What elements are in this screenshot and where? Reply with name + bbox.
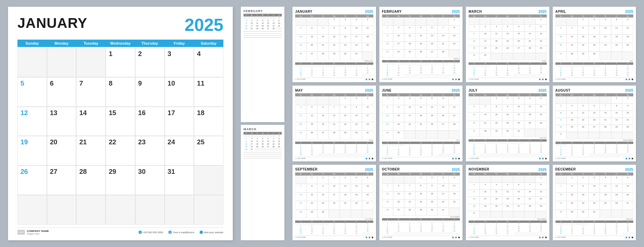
nm-hdr: T: [491, 62, 502, 65]
mc-cell: 7: [329, 105, 340, 113]
mc-footer-dots: [452, 158, 460, 159]
mc-cell: 18: [415, 113, 426, 122]
note-line: [244, 33, 282, 34]
mini-cell: 14: [271, 140, 276, 143]
mc-day-header: Th: [513, 14, 524, 17]
nm-cell: 30: [306, 153, 317, 156]
mc-cell: 7: [555, 184, 567, 192]
mini-cell: 25: [255, 27, 260, 30]
mc-day-headers: SuMoTuWeThFrSa: [295, 172, 373, 176]
big-cell: 4: [194, 48, 223, 77]
mc-cell: 23: [340, 43, 351, 51]
mc-cell: 25: [404, 50, 415, 58]
nm-cell: [415, 62, 426, 65]
mc-day-header: Mo: [306, 14, 317, 17]
mc-cell: 27: [438, 122, 449, 131]
nm-cell: 3: [393, 223, 404, 225]
big-cell: 16: [135, 107, 165, 136]
mc-cell: 9: [502, 104, 513, 112]
nm-cell: 3: [393, 65, 404, 67]
mc-cell: 25: [340, 201, 351, 209]
mc-month-name: JANUARY: [295, 10, 312, 13]
note-line: [244, 35, 282, 36]
mc-footer-dots: [366, 237, 373, 238]
mc-cell: [438, 131, 449, 139]
mc-cell: [426, 17, 437, 26]
mc-cell: 27: [306, 52, 317, 60]
mini-hdr: T: [255, 132, 260, 135]
nm-cell: [513, 74, 524, 77]
mc-cell: 5: [426, 96, 437, 105]
dot3: [372, 158, 373, 159]
nm-cell: 5: [491, 144, 502, 146]
mc-cell: 9: [340, 26, 351, 34]
mc-cell: 19: [502, 197, 513, 204]
mc-cell: 1: [382, 96, 393, 105]
mc-cell: [555, 17, 567, 26]
nm-cell: [524, 153, 535, 156]
big-cell: 30: [135, 165, 165, 195]
mc-cell: 21: [438, 42, 449, 50]
nm-cell: 7: [351, 67, 362, 69]
mc-next-label: MAY: [555, 60, 634, 62]
nm-cell: 23: [535, 149, 546, 151]
mc-cell: 21: [449, 113, 460, 122]
mc-cell: [524, 211, 535, 218]
mc-cell: 31: [351, 52, 362, 60]
mc-cell: 30: [578, 210, 589, 218]
mc-cell: 19: [426, 113, 437, 122]
nm-cell: 3: [513, 65, 524, 67]
nm-cell: 4: [404, 223, 415, 225]
nm-cell: 28: [438, 230, 449, 232]
nm-cell: 12: [449, 146, 460, 149]
nm-cell: 5: [415, 223, 426, 225]
nm-cell: 2: [415, 144, 426, 146]
mc-day-header: Sa: [535, 14, 546, 17]
nm-hdr: S: [449, 142, 460, 144]
mc-day-header: Th: [513, 93, 524, 96]
mc-day-header: Tu: [404, 172, 415, 176]
dot3: [458, 237, 460, 238]
mc-grid: 1234567891011121314151617181920212223242…: [469, 17, 547, 60]
mc-cell: 13: [555, 35, 567, 43]
mc-day-header: Tu: [491, 14, 502, 17]
big-cell: 18: [194, 107, 223, 136]
mc-cell: 26: [382, 208, 393, 216]
dot1: [366, 79, 367, 80]
mc-cell: 28: [524, 46, 535, 53]
mc-cell: 1: [415, 176, 426, 184]
mc-logo: ● LOGO NAME: [555, 79, 566, 80]
mc-cell: 14: [404, 192, 415, 200]
dot2: [369, 237, 370, 238]
mc-cell: 5: [382, 184, 393, 192]
nm-hdr: F: [524, 139, 535, 142]
big-cell-sunday: 19: [17, 136, 47, 165]
mc-cell: 30: [393, 131, 404, 139]
nm-cell: 22: [404, 151, 415, 153]
nm-hdr: S: [449, 60, 460, 62]
mc-cell: 6: [317, 105, 328, 113]
month-card-august: AUGUST 2025 SuMoTuWeThFrSa12345678910111…: [553, 86, 636, 161]
mc-cell: [415, 131, 426, 139]
dot1: [626, 158, 627, 159]
mc-year: 2025: [365, 88, 373, 92]
nm-cell: 24: [426, 151, 437, 153]
nm-cell: 5: [611, 144, 622, 146]
nm-cell: 12: [555, 228, 567, 230]
mc-cell: 28: [329, 131, 340, 139]
nm-cell: 20: [567, 230, 578, 232]
nm-cell: 15: [491, 69, 502, 72]
nm-cell: 25: [480, 151, 491, 153]
nm-cell: 27: [382, 153, 393, 156]
nm-cell: 6: [351, 144, 362, 146]
nm-cell: 13: [578, 69, 589, 72]
mc-cell: 3: [438, 176, 449, 184]
mc-cell: 27: [317, 131, 328, 139]
mc-cell: 4: [362, 17, 373, 26]
nm-hdr: S: [449, 218, 460, 220]
nm-cell: 12: [329, 69, 340, 72]
dot2: [629, 79, 630, 80]
nm-cell: 23: [382, 230, 393, 232]
nm-cell: 9: [415, 146, 426, 149]
mc-footer: ● LOGO NAME: [469, 157, 547, 159]
